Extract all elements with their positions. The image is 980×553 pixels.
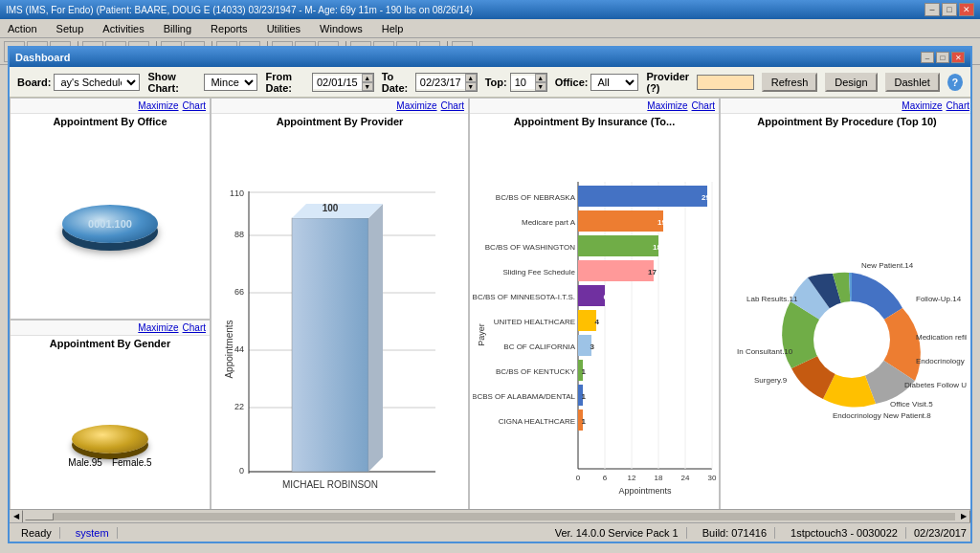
- from-date-label: From Date:: [265, 71, 308, 94]
- maximize-button[interactable]: □: [942, 3, 957, 16]
- maximize-office-chart[interactable]: Maximize: [138, 100, 178, 111]
- title-bar: IMS (IMS, For Endo) (Patient: BAARE, DOU…: [0, 0, 980, 19]
- to-date-down[interactable]: ▼: [465, 82, 477, 91]
- minimize-button[interactable]: –: [924, 3, 940, 16]
- top-label: Top:: [485, 77, 507, 88]
- proc-legend-in-consult: In Consultant.10: [737, 347, 793, 356]
- svg-text:BCBS OF ALABAMA/DENTAL: BCBS OF ALABAMA/DENTAL: [473, 392, 576, 401]
- dashlet-button[interactable]: Dashlet: [885, 73, 940, 92]
- dash-close[interactable]: ✕: [951, 52, 965, 63]
- scroll-right-btn[interactable]: ▶: [957, 510, 970, 523]
- from-date-spinner[interactable]: 02/01/15 ▲ ▼: [312, 73, 374, 92]
- svg-text:17: 17: [648, 268, 657, 276]
- svg-text:12: 12: [627, 474, 635, 482]
- to-date-spinner[interactable]: 02/23/17 ▲ ▼: [415, 73, 478, 92]
- svg-text:0: 0: [239, 466, 244, 476]
- svg-text:110: 110: [230, 188, 244, 198]
- refresh-button[interactable]: Refresh: [762, 73, 818, 92]
- svg-text:BC/BS OF WASHINGTON: BC/BS OF WASHINGTON: [484, 243, 574, 252]
- horizontal-scrollbar[interactable]: ◀ ▶: [10, 509, 970, 522]
- ins-bar-3: [578, 260, 654, 281]
- svg-text:18: 18: [653, 243, 661, 252]
- to-date-value: 02/23/17: [416, 76, 465, 89]
- proc-legend-med-refill: Medication refill: [916, 333, 967, 342]
- menu-billing[interactable]: Billing: [160, 21, 195, 36]
- procedure-donut-svg: New Patient.14 Follow-Up.14 Medication r…: [727, 177, 967, 493]
- svg-text:18: 18: [654, 474, 662, 482]
- insurance-chart-body: 0 6 12 18 24 30 BC/BS OF NEBRASKA: [470, 129, 719, 541]
- chart-appointment-insurance: Maximize Chart Appointment By Insurance …: [469, 98, 720, 542]
- from-date-up[interactable]: ▲: [362, 74, 373, 82]
- close-button[interactable]: ✕: [959, 3, 974, 16]
- menu-action[interactable]: Action: [4, 21, 41, 36]
- office-select[interactable]: All: [590, 74, 638, 91]
- procedure-chart-title: Appointment By Procedure (Top 10): [721, 114, 970, 129]
- svg-text:Appointments: Appointments: [225, 320, 234, 378]
- svg-text:19: 19: [657, 218, 666, 227]
- top-value: 10: [511, 76, 535, 89]
- menu-activities[interactable]: Activities: [99, 21, 147, 36]
- svg-text:1: 1: [581, 417, 586, 426]
- proc-legend-office-visit: Office Visit.5: [890, 400, 933, 409]
- svg-text:30: 30: [707, 474, 716, 482]
- office-chart-body: 0001.100: [11, 129, 210, 319]
- menu-setup[interactable]: Setup: [53, 21, 88, 36]
- chart-appointment-procedure: Maximize Chart Appointment By Procedure …: [720, 98, 970, 542]
- proc-legend-surgery: Surgery.9: [754, 376, 788, 385]
- provider-bar: [292, 218, 368, 472]
- design-button[interactable]: Design: [825, 73, 877, 92]
- status-server: 1stpctouch3 - 0030022: [783, 527, 906, 539]
- top-spinner[interactable]: 10 ▲ ▼: [510, 73, 547, 92]
- dash-maximize[interactable]: □: [936, 52, 949, 63]
- from-date-down[interactable]: ▼: [362, 82, 373, 91]
- chart-appointment-provider: Maximize Chart Appointment By Provider 0…: [211, 98, 469, 542]
- maximize-procedure-chart[interactable]: Maximize: [902, 100, 942, 111]
- provider-input[interactable]: All: [697, 75, 754, 90]
- menu-bar: Action Setup Activities Billing Reports …: [0, 19, 980, 38]
- status-user: system: [68, 527, 118, 539]
- provider-chart-title: Appointment By Provider: [212, 114, 468, 129]
- gender-oval: [72, 425, 148, 453]
- provider-chart-body: 0 22 44 66 88 110: [212, 129, 468, 541]
- help-button[interactable]: ?: [947, 74, 963, 91]
- svg-text:BC/BS OF MINNESOTA-I.T.S.: BC/BS OF MINNESOTA-I.T.S.: [473, 293, 575, 301]
- svg-text:1: 1: [581, 392, 586, 401]
- maximize-insurance-chart[interactable]: Maximize: [647, 100, 687, 111]
- svg-text:1: 1: [581, 367, 586, 376]
- office-chart-title: Appointment By Office: [11, 114, 210, 129]
- office-label: Office:: [555, 77, 589, 88]
- board-select[interactable]: ay's Schedule: [54, 74, 140, 91]
- dashboard-toolbar: Board: ay's Schedule Show Chart: Mince F…: [10, 67, 970, 98]
- menu-utilities[interactable]: Utilities: [263, 21, 304, 36]
- insurance-bar-svg: 0 6 12 18 24 30 BC/BS OF NEBRASKA: [473, 172, 717, 498]
- show-chart-select[interactable]: Mince: [204, 74, 257, 91]
- maximize-office-label: Chart: [183, 100, 206, 111]
- svg-text:6: 6: [602, 474, 607, 482]
- svg-text:Sliding Fee Schedule: Sliding Fee Schedule: [502, 268, 575, 276]
- maximize-provider-label: Chart: [441, 100, 464, 111]
- menu-reports[interactable]: Reports: [207, 21, 252, 36]
- status-date: 02/23/2017: [914, 527, 967, 539]
- svg-text:CIGNA HEALTHCARE: CIGNA HEALTHCARE: [498, 417, 574, 426]
- maximize-provider-chart[interactable]: Maximize: [396, 100, 436, 111]
- to-date-up[interactable]: ▲: [465, 74, 477, 82]
- dash-minimize[interactable]: –: [921, 52, 934, 63]
- svg-text:29: 29: [702, 193, 710, 202]
- show-chart-label: Show Chart:: [147, 71, 201, 94]
- female-label: Female.5: [112, 457, 152, 468]
- top-down[interactable]: ▼: [535, 82, 546, 91]
- dashboard-window: Dashboard – □ ✕ Board: ay's Schedule Sho…: [8, 46, 972, 543]
- scroll-left-btn[interactable]: ◀: [10, 510, 23, 523]
- ins-bar-5: [578, 310, 596, 331]
- maximize-insurance-label: Chart: [692, 100, 715, 111]
- gender-chart-title: Appointment By Gender: [11, 336, 210, 351]
- app-title: IMS (IMS, For Endo) (Patient: BAARE, DOU…: [6, 5, 473, 15]
- top-up[interactable]: ▲: [535, 74, 546, 82]
- svg-text:UNITED HEALTHCARE: UNITED HEALTHCARE: [493, 318, 574, 326]
- maximize-gender-chart[interactable]: Maximize: [138, 322, 178, 333]
- menu-help[interactable]: Help: [378, 21, 408, 36]
- svg-text:3: 3: [590, 343, 594, 351]
- scroll-track[interactable]: [25, 513, 955, 520]
- menu-windows[interactable]: Windows: [316, 21, 367, 36]
- scroll-thumb[interactable]: [25, 513, 54, 520]
